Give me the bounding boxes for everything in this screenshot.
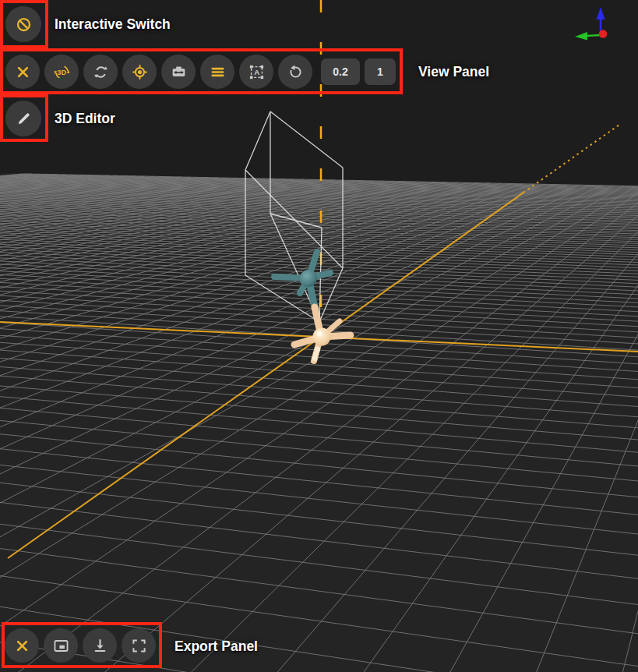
download-icon	[91, 637, 109, 655]
rotate-3d-button[interactable]: 3D	[44, 55, 79, 89]
focus-target-button[interactable]	[122, 55, 157, 89]
view-panel-label: View Panel	[418, 64, 489, 80]
close-icon	[13, 637, 31, 655]
interactive-switch-label: Interactive Switch	[55, 16, 171, 33]
select-text-icon: A	[248, 63, 266, 81]
interactive-switch-button[interactable]	[5, 6, 41, 42]
camera-pan-button[interactable]	[161, 55, 196, 89]
menu-button[interactable]	[200, 55, 234, 89]
select-text-button[interactable]: A	[239, 55, 273, 89]
svg-text:A: A	[254, 68, 259, 76]
scale-input[interactable]: 0.2	[321, 58, 360, 85]
pencil-icon	[15, 110, 33, 128]
close-icon	[14, 63, 32, 81]
camera-pan-icon	[170, 63, 188, 81]
editor-label: 3D Editor	[55, 111, 115, 127]
no-entry-icon	[15, 16, 33, 34]
refresh-icon	[92, 63, 110, 81]
edit-3d-button[interactable]	[5, 101, 41, 136]
speed-input[interactable]: 1	[365, 58, 396, 85]
export-close-button[interactable]	[5, 628, 39, 663]
fullscreen-button[interactable]	[122, 628, 156, 663]
rotate-3d-icon: 3D	[53, 63, 71, 81]
export-panel-label: Export Panel	[174, 638, 258, 655]
pip-button[interactable]	[44, 628, 78, 663]
download-button[interactable]	[83, 628, 117, 663]
refresh-button[interactable]	[83, 55, 118, 89]
target-icon	[131, 63, 149, 81]
svg-text:3D: 3D	[57, 68, 66, 76]
pip-icon	[52, 637, 70, 655]
fullscreen-icon	[130, 637, 148, 655]
menu-icon	[209, 63, 227, 81]
3d-viewer-app: 3DA0.2 1 Interactive Switch View Panel 3…	[0, 0, 638, 672]
3d-viewport[interactable]	[0, 0, 638, 672]
rotate-ccw-button[interactable]	[278, 55, 312, 89]
rotate-ccw-icon	[287, 63, 305, 81]
view-close-button[interactable]	[5, 55, 40, 89]
